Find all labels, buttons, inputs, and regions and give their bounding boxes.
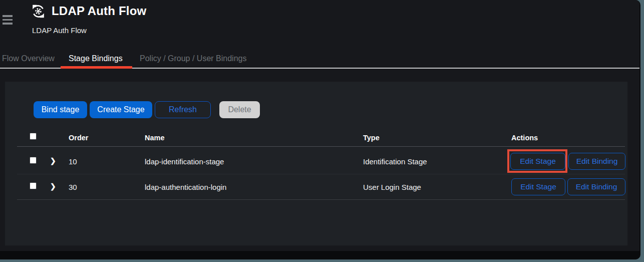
tab-bar: Flow Overview Stage Bindings Policy / Gr… bbox=[0, 50, 639, 69]
edit-binding-button[interactable]: Edit Binding bbox=[568, 153, 625, 170]
tab-flow-overview[interactable]: Flow Overview bbox=[2, 54, 55, 63]
name-cell: ldap-authentication-login bbox=[145, 183, 226, 191]
column-header-name: Name bbox=[145, 134, 165, 142]
tab-policy-group-user-bindings[interactable]: Policy / Group / User Bindings bbox=[140, 54, 246, 63]
header-divider bbox=[17, 146, 625, 147]
app-window: LDAP Auth Flow LDAP Auth Flow Flow Overv… bbox=[0, 0, 640, 259]
order-cell: 10 bbox=[69, 157, 77, 166]
page-background: LDAP Auth Flow LDAP Auth Flow Flow Overv… bbox=[0, 0, 639, 251]
column-header-order: Order bbox=[69, 134, 89, 142]
type-cell: User Login Stage bbox=[363, 183, 421, 191]
refresh-button[interactable]: Refresh bbox=[155, 101, 211, 118]
column-header-type: Type bbox=[363, 134, 380, 142]
row-checkbox[interactable] bbox=[30, 182, 37, 189]
row-divider bbox=[17, 174, 625, 174]
menu-icon[interactable] bbox=[3, 15, 13, 25]
row-checkbox[interactable] bbox=[30, 157, 37, 164]
order-cell: 30 bbox=[69, 183, 77, 191]
page-subtitle: LDAP Auth Flow bbox=[32, 26, 87, 35]
select-all-checkbox[interactable] bbox=[30, 133, 37, 140]
name-cell: ldap-identification-stage bbox=[145, 157, 224, 166]
create-stage-button[interactable]: Create Stage bbox=[90, 101, 152, 118]
flow-process-icon bbox=[31, 4, 46, 21]
table-bottom-divider bbox=[17, 199, 625, 200]
bind-stage-button[interactable]: Bind stage bbox=[34, 101, 87, 118]
page-title: LDAP Auth Flow bbox=[52, 4, 146, 18]
edit-stage-button[interactable]: Edit Stage bbox=[511, 178, 565, 195]
edit-stage-button[interactable]: Edit Stage bbox=[510, 153, 565, 170]
delete-button[interactable]: Delete bbox=[219, 101, 260, 118]
chevron-right-icon[interactable]: ❯ bbox=[50, 157, 56, 165]
edit-binding-button[interactable]: Edit Binding bbox=[567, 178, 625, 195]
active-tab-underline bbox=[61, 66, 132, 69]
tab-stage-bindings[interactable]: Stage Bindings bbox=[69, 54, 123, 63]
chevron-right-icon[interactable]: ❯ bbox=[50, 182, 56, 190]
type-cell: Identification Stage bbox=[363, 157, 427, 166]
column-header-actions: Actions bbox=[511, 134, 538, 142]
